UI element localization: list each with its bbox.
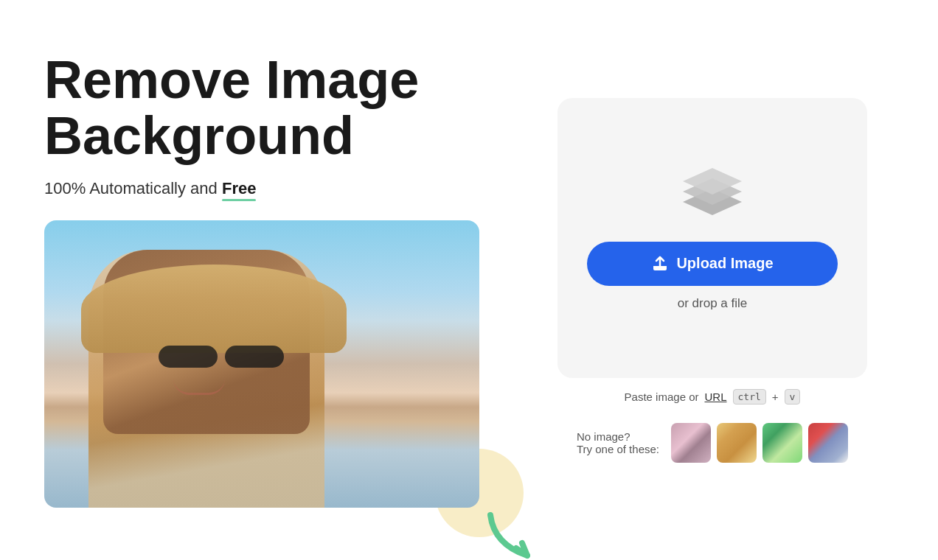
drop-text: or drop a file <box>678 296 748 311</box>
subtitle-free: Free <box>222 179 256 198</box>
upload-card: Upload Image or drop a file <box>557 98 867 378</box>
kbd-plus: + <box>772 391 779 403</box>
subtitle-prefix: 100% Automatically and <box>44 179 222 197</box>
page-title: Remove Image Background <box>44 52 501 164</box>
sample-thumb-3[interactable] <box>762 423 802 463</box>
left-section: Remove Image Background 100% Automatical… <box>44 52 501 507</box>
right-section: Upload Image or drop a file Paste image … <box>531 98 894 463</box>
sample-thumbnails <box>671 423 848 463</box>
page-wrapper: Remove Image Background 100% Automatical… <box>0 0 938 560</box>
try-label: Try one of these: <box>577 443 659 455</box>
arrow-decoration <box>479 508 553 560</box>
upload-icon <box>651 255 669 273</box>
kbd-v: v <box>785 389 801 405</box>
samples-row: No image? Try one of these: <box>577 423 848 463</box>
upload-button[interactable]: Upload Image <box>587 242 838 286</box>
title-line2: Background <box>44 106 354 165</box>
paste-text: Paste image or <box>625 391 699 403</box>
sample-thumb-1[interactable] <box>671 423 711 463</box>
samples-label: No image? Try one of these: <box>577 430 659 455</box>
layers-icon <box>675 165 749 224</box>
sample-thumb-2[interactable] <box>717 423 757 463</box>
kbd-ctrl: ctrl <box>733 389 766 405</box>
subtitle: 100% Automatically and Free <box>44 179 501 198</box>
sample-thumb-4[interactable] <box>808 423 848 463</box>
hero-image <box>44 220 479 508</box>
paste-row: Paste image or URL ctrl + v <box>625 389 801 405</box>
paste-url-link[interactable]: URL <box>704 391 726 403</box>
upload-button-label: Upload Image <box>676 255 773 272</box>
no-image-label: No image? <box>577 430 659 443</box>
title-line1: Remove Image <box>44 50 419 109</box>
